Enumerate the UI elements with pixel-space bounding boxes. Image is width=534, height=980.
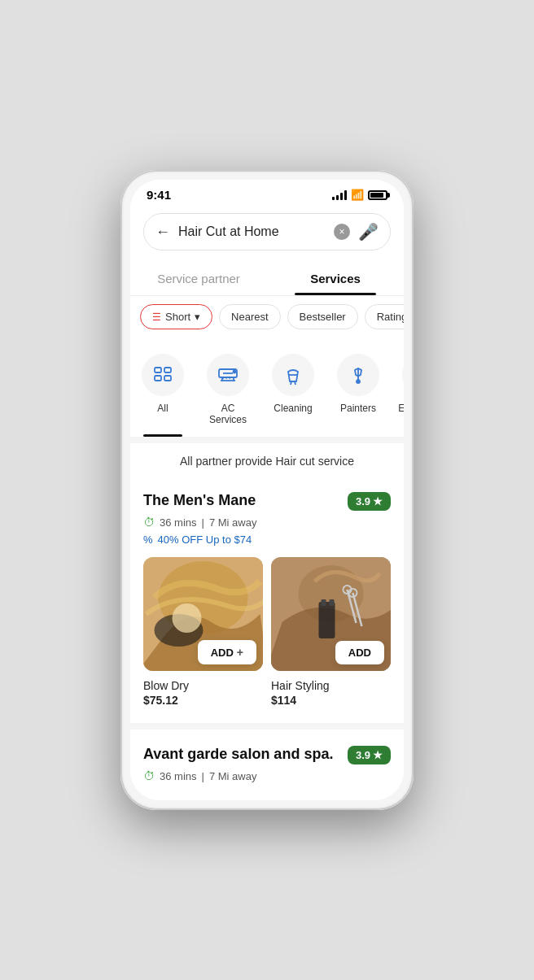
filter-nearest[interactable]: Nearest [219,304,281,329]
filter-bestseller[interactable]: Bestseller [287,304,358,329]
rating-badge: 3.9 ★ [348,492,391,511]
tabs-container: Service partner Services [130,260,404,296]
star-icon-2: ★ [373,749,383,761]
categories-container: All [130,338,404,437]
tab-service-partner[interactable]: Service partner [130,260,267,295]
status-icons: 📶 [332,189,387,201]
blow-dry-image: ADD + [143,557,263,671]
rating-badge-2: 3.9 ★ [348,746,391,764]
hair-styling-info: Hair Styling $114 [271,673,391,707]
svg-rect-3 [164,376,171,381]
search-query[interactable]: Hair Cut at Home [178,224,326,239]
card-title-2: Avant garde salon and spa. [143,746,333,763]
category-all-label: All [157,403,168,414]
card-meta: ⏱ 36 mins | 7 Mi away [143,516,391,529]
clock-icon-2: ⏱ [143,769,155,782]
provider-message: All partner provide Hair cut service [130,443,404,476]
battery-icon [368,190,387,200]
status-bar: 9:41 📶 [130,180,404,207]
tab-services[interactable]: Services [267,260,404,295]
add-hair-styling-button[interactable]: ADD [335,641,384,664]
add-blow-dry-button[interactable]: ADD + [198,640,256,664]
clock-icon: ⏱ [143,516,155,529]
svg-rect-1 [164,368,171,372]
card-header-2: Avant garde salon and spa. 3.9 ★ [143,746,391,764]
offer-badge: % 40% OFF Up to $74 [143,534,391,546]
chevron-down-icon: ▾ [195,311,200,323]
svg-rect-20 [330,599,335,606]
divider [130,437,404,443]
all-icon [142,354,184,396]
card-header: The Men's Mane 3.9 ★ [143,492,391,511]
phone-frame: 9:41 📶 ← Hair Cut at Home × 🎤 [120,170,414,810]
svg-rect-19 [322,599,326,606]
star-icon: ★ [373,495,383,507]
plus-icon: + [237,646,243,659]
category-ac-services[interactable]: AC Services [195,347,260,437]
screen: 9:41 📶 ← Hair Cut at Home × 🎤 [130,180,404,800]
offer-icon: % [143,534,153,546]
hair-styling-image: ADD [271,557,391,671]
filter-short[interactable]: ☰ Short ▾ [140,304,212,329]
back-button[interactable]: ← [155,224,170,241]
filters-container: ☰ Short ▾ Nearest Bestseller Rating 4.0+ [130,296,404,338]
category-electricians-label: Electricians [398,403,404,414]
category-painters[interactable]: Painters [326,347,391,437]
category-painters-label: Painters [340,403,376,414]
divider-2 [130,723,404,730]
filter-rating[interactable]: Rating 4.0+ [365,304,404,329]
category-all[interactable]: All [130,347,195,437]
card-title: The Men's Mane [143,492,256,509]
svg-rect-2 [155,376,161,381]
search-bar: ← Hair Cut at Home × 🎤 [143,213,391,250]
painters-icon [337,354,379,396]
mic-icon[interactable]: 🎤 [358,222,379,242]
svg-point-15 [173,603,202,633]
category-cleaning-label: Cleaning [274,403,312,414]
service-images: ADD + [143,557,391,671]
signal-icon [332,190,347,200]
blow-dry-info: Blow Dry $75.12 [143,673,263,707]
category-cleaning[interactable]: Cleaning [260,347,326,437]
search-bar-container: ← Hair Cut at Home × 🎤 [130,207,404,260]
svg-rect-0 [155,368,161,372]
category-ac-label: AC Services [208,403,247,425]
cleaning-icon [272,354,314,396]
svg-point-9 [234,371,236,373]
card-meta-2: ⏱ 36 mins | 7 Mi away [143,769,391,782]
wifi-icon: 📶 [351,189,364,201]
ac-icon [207,354,249,396]
sort-icon: ☰ [152,311,161,323]
clear-icon[interactable]: × [334,224,350,240]
svg-rect-18 [319,602,335,638]
category-electricians[interactable]: Electricians [391,347,404,437]
service-card-mens-mane: The Men's Mane 3.9 ★ ⏱ 36 mins | 7 Mi aw… [130,479,404,720]
service-labels: Blow Dry $75.12 Hair Styling $114 [143,673,391,707]
status-time: 9:41 [147,188,171,202]
electricians-icon [402,354,404,396]
service-card-avant-garde: Avant garde salon and spa. 3.9 ★ ⏱ 36 mi… [130,733,404,800]
